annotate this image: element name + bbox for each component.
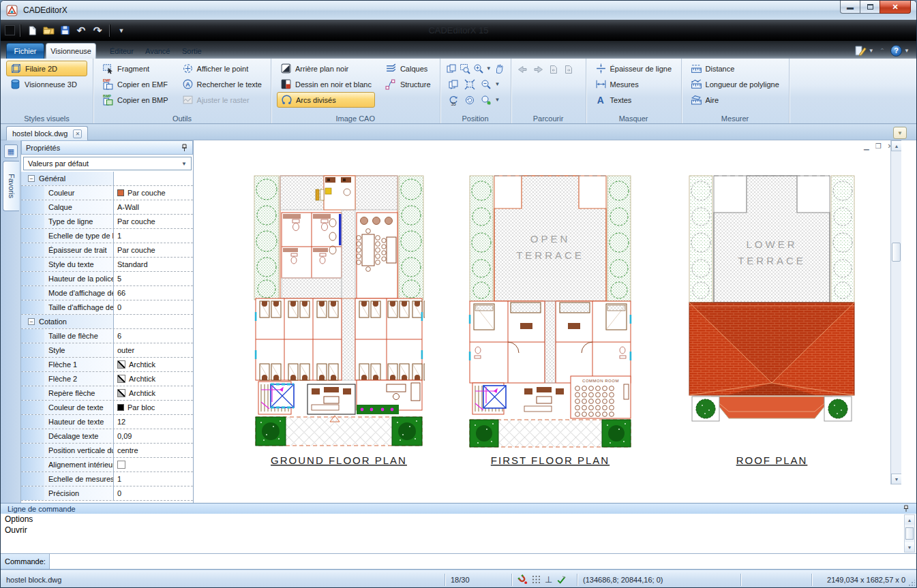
scroll-thumb[interactable] <box>905 527 914 540</box>
tab-fichier[interactable]: Fichier <box>6 43 44 59</box>
property-value[interactable]: Par bloc <box>113 401 193 414</box>
scroll-down-arrow[interactable]: ▼ <box>891 474 901 484</box>
scroll-thumb[interactable] <box>892 243 901 262</box>
property-value[interactable]: 0,09 <box>113 429 193 443</box>
save-button[interactable] <box>57 23 72 38</box>
ortho-icon[interactable]: ⊥ <box>545 574 552 585</box>
mdi-minimize-icon[interactable]: ▁ <box>864 142 869 150</box>
property-value[interactable]: Archtick <box>113 358 193 371</box>
zoom-extents-button[interactable] <box>462 77 477 91</box>
property-value[interactable]: 1 <box>113 229 193 243</box>
hide-dimensions-button[interactable]: Mesures <box>592 76 676 92</box>
measure-polyline-button[interactable]: Longueur de polyligne <box>687 76 783 92</box>
property-value[interactable]: centre <box>113 444 193 457</box>
drawing-canvas[interactable]: ▁ ❐ ✕ <box>194 140 901 484</box>
scroll-down-arrow[interactable]: ▼ <box>905 542 914 552</box>
resize-grip[interactable] <box>908 580 915 587</box>
chevron-down-icon[interactable]: ▼ <box>495 97 500 103</box>
copy-view-button[interactable] <box>446 77 461 91</box>
property-value[interactable]: 12 <box>113 415 193 429</box>
copy-emf-button[interactable]: EMF Copier en EMF <box>99 76 172 92</box>
property-value[interactable]: Archtick <box>113 386 193 400</box>
property-value[interactable]: 6 <box>113 329 193 343</box>
grid-icon[interactable] <box>532 575 541 584</box>
page-back-icon[interactable] <box>548 64 559 75</box>
checkbox[interactable] <box>117 461 125 469</box>
collapse-minus-icon[interactable]: − <box>28 175 35 182</box>
tab-sortie[interactable]: Sortie <box>174 43 210 59</box>
favorites-tab[interactable]: Favoris <box>3 161 19 211</box>
command-input[interactable] <box>50 554 916 569</box>
adjust-raster-button[interactable]: Ajuster le raster <box>179 92 265 108</box>
rotate-view-button[interactable]: 35 <box>446 93 461 107</box>
show-point-button[interactable]: Afficher le point <box>179 61 265 76</box>
page-forward-icon[interactable] <box>563 64 574 75</box>
zoom-in-button[interactable] <box>472 61 485 76</box>
zoom-window-button[interactable] <box>459 61 471 76</box>
undo-button[interactable]: ↶ <box>74 23 89 38</box>
command-scrollbar[interactable]: ▲ ▼ <box>904 514 915 553</box>
measure-area-button[interactable]: Aire <box>687 92 783 108</box>
back-arrow-icon[interactable] <box>517 64 528 75</box>
property-value[interactable] <box>113 458 193 471</box>
hide-lineweight-button[interactable]: Épaisseur de ligne <box>592 61 676 76</box>
new-document-button[interactable] <box>25 23 40 38</box>
edit-mode-button[interactable]: ▼ <box>854 45 874 57</box>
redo-button[interactable]: ↷ <box>90 23 105 38</box>
tab-editeur[interactable]: Éditeur <box>102 43 142 59</box>
preset-dropdown[interactable]: Valeurs par défaut ▼ <box>23 157 192 170</box>
properties-header[interactable]: Propriétés <box>21 140 193 155</box>
app-menu-button[interactable] <box>5 25 15 35</box>
maximize-button[interactable] <box>860 1 880 14</box>
structure-button[interactable]: Structure <box>382 76 434 92</box>
property-group-row[interactable]: −Général <box>21 172 193 186</box>
draw-check-icon[interactable] <box>556 575 567 585</box>
fragment-button[interactable]: Fragment <box>99 61 172 76</box>
divided-arcs-button[interactable]: Arcs divisés <box>277 92 375 108</box>
minimize-button[interactable]: ▬ <box>840 1 860 14</box>
collapse-minus-icon[interactable]: − <box>28 318 35 325</box>
property-value[interactable]: outer <box>113 343 193 357</box>
property-value[interactable]: 5 <box>113 272 193 285</box>
property-value[interactable]: A-Wall <box>113 200 193 214</box>
vertical-scrollbar[interactable]: ▲ ▼ <box>890 140 901 484</box>
property-value[interactable]: 0 <box>113 486 193 500</box>
property-value[interactable]: Archtick <box>113 372 193 386</box>
pan-button[interactable] <box>493 61 505 76</box>
property-value[interactable]: 66 <box>113 286 193 300</box>
zoom-selected-button[interactable] <box>479 93 494 107</box>
open-file-button[interactable] <box>41 23 56 38</box>
tab-avance[interactable]: Avancé <box>137 43 179 59</box>
zoom-previous-button[interactable] <box>462 93 477 107</box>
collapse-ribbon-icon[interactable]: ⌃ <box>880 47 885 55</box>
property-value[interactable]: 0 <box>113 300 193 314</box>
close-document-icon[interactable]: ✕ <box>73 129 82 138</box>
black-white-drawing-button[interactable]: Dessin en noir et blanc <box>277 76 375 92</box>
property-value[interactable]: Par couche <box>113 186 193 200</box>
property-value[interactable]: Standard <box>113 258 193 271</box>
layers-button[interactable]: Calques <box>382 61 434 76</box>
property-value[interactable]: Par couche <box>113 243 193 257</box>
find-text-button[interactable]: A Rechercher le texte <box>179 76 265 92</box>
title-bar[interactable]: CADEditorX ▬ ✕ <box>1 1 916 20</box>
command-panel-header[interactable]: Ligne de commande <box>1 503 916 514</box>
black-background-button[interactable]: Arrière plan noir <box>277 61 375 76</box>
close-button[interactable]: ✕ <box>880 1 911 14</box>
favorites-icon[interactable]: ▦ <box>4 144 18 158</box>
tab-list-button[interactable]: ▼ <box>893 127 907 139</box>
property-group-row[interactable]: −Cotation <box>21 315 193 329</box>
pin-icon[interactable] <box>181 144 188 152</box>
hide-texts-button[interactable]: A Textes <box>592 92 676 108</box>
scroll-up-arrow[interactable]: ▲ <box>891 140 901 151</box>
chevron-down-icon[interactable]: ▼ <box>495 81 500 87</box>
zoom-out-button[interactable] <box>479 77 494 91</box>
scroll-up-arrow[interactable]: ▲ <box>905 515 914 525</box>
property-value[interactable]: 1 <box>113 472 193 486</box>
measure-distance-button[interactable]: Distance <box>687 61 783 76</box>
qat-customize-button[interactable]: ▼ <box>114 23 129 38</box>
help-button[interactable]: ? ▼ <box>890 45 910 57</box>
visionneuse-3d-button[interactable]: Visionneuse 3D <box>6 76 87 92</box>
pin-icon[interactable] <box>903 505 910 512</box>
tab-visionneuse[interactable]: Visionneuse <box>46 43 96 59</box>
regen-button[interactable] <box>446 61 458 76</box>
